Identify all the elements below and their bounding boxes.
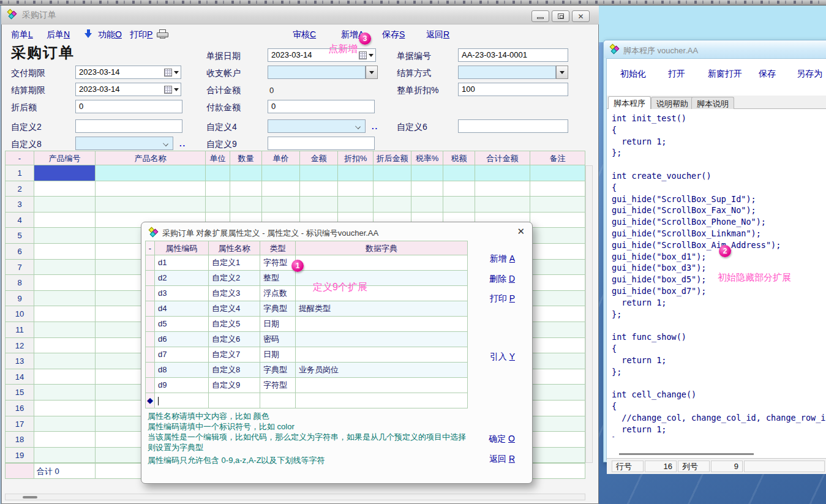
row-number-cell[interactable]: 18 bbox=[5, 432, 34, 448]
dialog-delete-button[interactable]: 删除 D bbox=[489, 274, 515, 285]
code-horizontal-scrollbar[interactable] bbox=[613, 453, 821, 456]
grid-cell[interactable] bbox=[34, 275, 96, 291]
property-code-cell[interactable]: d9 bbox=[155, 378, 209, 393]
grid-cell[interactable] bbox=[530, 385, 585, 401]
grid-column-header[interactable]: 税率% bbox=[411, 151, 443, 165]
custom8-lookup-dots[interactable]: .. bbox=[179, 139, 186, 148]
grid-cell[interactable] bbox=[374, 197, 411, 213]
property-code-cell[interactable]: d6 bbox=[155, 332, 209, 347]
grid-cell[interactable] bbox=[96, 181, 206, 197]
property-type-cell[interactable]: 整型 bbox=[260, 271, 296, 286]
row-number-cell[interactable]: 2 bbox=[5, 181, 34, 197]
property-code-cell[interactable]: d3 bbox=[155, 286, 209, 301]
row-number-cell[interactable]: 15 bbox=[5, 385, 34, 401]
purchase-order-titlebar[interactable] bbox=[1, 6, 599, 24]
calendar-icon[interactable] bbox=[164, 86, 172, 94]
grid-column-header[interactable]: 单位 bbox=[206, 151, 230, 165]
grid-cell[interactable] bbox=[300, 181, 338, 197]
grid-cell[interactable] bbox=[338, 165, 374, 181]
grid-cell[interactable] bbox=[96, 165, 206, 181]
row-number-cell[interactable]: 3 bbox=[5, 197, 34, 213]
next-doc-button[interactable]: 后单N bbox=[47, 29, 70, 40]
property-type-cell[interactable]: 密码 bbox=[260, 332, 296, 347]
grid-cell[interactable] bbox=[34, 385, 96, 401]
save-button[interactable]: 保存S bbox=[382, 29, 405, 40]
grid-column-header[interactable]: 折后金额 bbox=[374, 151, 411, 165]
grid-cell[interactable] bbox=[338, 197, 374, 213]
grid-cell[interactable] bbox=[530, 306, 585, 322]
custom4-lookup-dots[interactable]: .. bbox=[372, 122, 378, 131]
close-button[interactable]: ✕ bbox=[572, 10, 590, 22]
row-number-cell[interactable]: 1 bbox=[5, 165, 34, 181]
custom2-field[interactable] bbox=[75, 119, 182, 133]
property-column-header[interactable]: 数据字典 bbox=[296, 241, 468, 255]
doc-no-field[interactable]: AA-23-03-14-0001 bbox=[458, 48, 568, 62]
return-button[interactable]: 返回R bbox=[426, 29, 449, 40]
grid-cell[interactable] bbox=[475, 197, 530, 213]
grid-cell[interactable] bbox=[206, 197, 230, 213]
property-code-cell[interactable]: d1 bbox=[155, 255, 209, 271]
grid-cell[interactable] bbox=[530, 291, 585, 307]
grid-cell[interactable] bbox=[530, 275, 585, 291]
grid-cell[interactable] bbox=[530, 244, 585, 260]
grid-cell[interactable] bbox=[34, 181, 96, 197]
grid-cell[interactable] bbox=[206, 165, 230, 181]
script-save-button[interactable]: 保存 bbox=[759, 69, 776, 80]
property-dict-cell[interactable] bbox=[296, 393, 468, 408]
property-name-cell[interactable]: 自定义2 bbox=[209, 271, 260, 286]
grid-cell[interactable] bbox=[530, 401, 585, 416]
grid-cell[interactable] bbox=[338, 181, 374, 197]
row-number-cell[interactable]: 13 bbox=[5, 353, 34, 369]
grid-cell[interactable] bbox=[530, 448, 585, 464]
pay-account-dropdown-button[interactable] bbox=[366, 66, 378, 79]
dialog-add-button[interactable]: 新增 A bbox=[490, 254, 515, 265]
grid-cell[interactable] bbox=[34, 353, 96, 369]
grid-cell[interactable] bbox=[34, 369, 96, 385]
grid-column-header[interactable]: 产品编号 bbox=[34, 151, 96, 165]
grid-column-header[interactable]: 合计金额 bbox=[475, 151, 530, 165]
grid-cell[interactable] bbox=[530, 181, 585, 197]
script-save-as-button[interactable]: 另存为 bbox=[797, 69, 822, 80]
grid-cell[interactable] bbox=[530, 228, 585, 244]
property-type-cell[interactable]: 字符型 bbox=[260, 255, 296, 271]
property-dict-cell[interactable]: 提醒类型 bbox=[296, 301, 468, 317]
grid-cell[interactable] bbox=[34, 306, 96, 322]
grid-cell[interactable] bbox=[411, 197, 443, 213]
property-dict-cell[interactable] bbox=[296, 255, 468, 271]
property-dict-cell[interactable]: 业务员岗位 bbox=[296, 363, 468, 378]
property-marker-cell[interactable] bbox=[145, 301, 155, 317]
property-code-cell[interactable]: d4 bbox=[155, 301, 209, 317]
row-number-cell[interactable]: 7 bbox=[5, 260, 34, 276]
property-dict-cell[interactable] bbox=[296, 347, 468, 363]
dialog-import-button[interactable]: 引入 Y bbox=[490, 352, 515, 363]
property-code-edit-cell[interactable] bbox=[155, 393, 209, 408]
property-type-cell[interactable] bbox=[260, 393, 296, 408]
pay-amount-field[interactable]: 0 bbox=[268, 100, 375, 113]
new-row-marker-cell[interactable]: ◆ bbox=[145, 393, 155, 408]
dropdown-arrow-icon[interactable] bbox=[174, 88, 179, 91]
grid-cell[interactable] bbox=[206, 181, 230, 197]
custom8-combo[interactable] bbox=[75, 137, 173, 150]
grid-cell[interactable] bbox=[230, 165, 262, 181]
grid-cell[interactable] bbox=[530, 165, 585, 181]
scrollbar-thumb[interactable] bbox=[619, 453, 754, 455]
grid-cell[interactable] bbox=[475, 181, 530, 197]
property-column-header[interactable]: 属性名称 bbox=[209, 241, 260, 255]
property-dict-cell[interactable] bbox=[296, 378, 468, 393]
discounted-field[interactable]: 0 bbox=[75, 100, 182, 113]
property-marker-cell[interactable] bbox=[145, 255, 155, 271]
row-number-cell[interactable]: 10 bbox=[5, 306, 34, 322]
dialog-ok-button[interactable]: 确定 O bbox=[489, 434, 515, 445]
pay-account-combo[interactable] bbox=[268, 66, 366, 79]
tab-script-program[interactable]: 脚本程序 bbox=[608, 96, 651, 109]
property-marker-cell[interactable] bbox=[145, 363, 155, 378]
row-number-cell[interactable]: 19 bbox=[5, 448, 34, 464]
calendar-icon[interactable] bbox=[359, 51, 367, 59]
settle-way-combo[interactable] bbox=[458, 66, 556, 79]
grid-cell[interactable] bbox=[411, 165, 443, 181]
property-marker-cell[interactable] bbox=[145, 378, 155, 393]
script-open-new-window-button[interactable]: 新窗打开 bbox=[708, 69, 742, 80]
property-type-cell[interactable]: 日期 bbox=[260, 317, 296, 332]
grid-cell[interactable] bbox=[411, 181, 443, 197]
property-marker-cell[interactable] bbox=[145, 271, 155, 286]
